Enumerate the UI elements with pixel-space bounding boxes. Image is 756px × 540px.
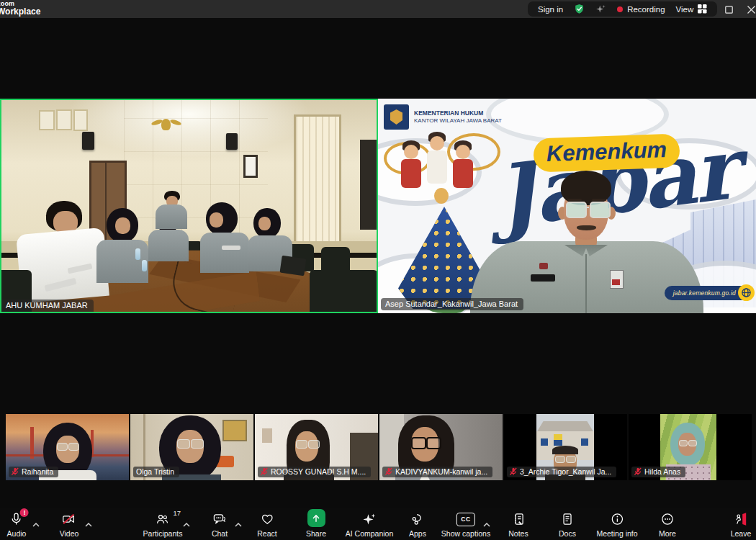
water-bottle xyxy=(135,248,140,260)
leave-label: Leave xyxy=(731,529,752,538)
illustrated-woman xyxy=(404,145,418,159)
chair xyxy=(310,270,378,313)
maximize-button[interactable] xyxy=(721,5,737,14)
maximize-icon xyxy=(725,6,733,14)
globe-icon xyxy=(738,284,755,301)
thumb-hilda-anas[interactable]: Hilda Anas xyxy=(629,414,752,480)
notes-button[interactable]: Notes xyxy=(508,511,528,538)
sign-in-button[interactable]: Sign in xyxy=(538,5,563,14)
titlebar-menu: Sign in Recording View xyxy=(528,1,717,17)
react-icon xyxy=(259,512,275,526)
thumb-kadivyankum[interactable]: KADIVYANKUM-kanwil ja... xyxy=(379,414,503,480)
participants-count: 17 xyxy=(173,509,181,517)
recording-indicator[interactable]: Recording xyxy=(617,5,665,14)
name-plate xyxy=(531,274,555,282)
leave-icon xyxy=(733,512,749,526)
website-url: jabar.kemenkum.go.id xyxy=(673,289,736,297)
view-label: View xyxy=(676,5,694,14)
more-icon xyxy=(660,512,675,526)
thumb-name-tag: 3_Archie Tigor_Kanwil Ja... xyxy=(507,467,616,477)
notes-icon xyxy=(511,512,526,526)
video-tile-asep-sutandar[interactable]: Jabar Kemenkum KEMENTERIAN HUKUM KANTOR … xyxy=(378,99,756,313)
laptop xyxy=(222,246,240,250)
thumb-name-tag: KADIVYANKUM-kanwil ja... xyxy=(382,467,492,477)
video-tile-meeting-room[interactable]: AHU KUMHAM JABAR xyxy=(0,99,378,313)
participant-name: AHU KUMHAM JABAR xyxy=(6,301,88,310)
thumb-roossy[interactable]: ROOSSY GUNADI S.H M.... xyxy=(255,414,378,480)
thumb-raihanita[interactable]: Raihanita xyxy=(6,414,129,480)
apps-label: Apps xyxy=(409,529,426,538)
react-label: React xyxy=(257,529,276,538)
muted-mic-icon xyxy=(510,467,517,476)
minimize-button[interactable] xyxy=(694,5,710,14)
participants-button[interactable]: 17 Participants xyxy=(143,511,183,538)
framed-certificate xyxy=(243,155,258,178)
pengayoman-icon xyxy=(384,104,409,130)
audio-options-caret[interactable] xyxy=(32,517,40,530)
participants-label: Participants xyxy=(143,529,183,538)
wall-speaker xyxy=(226,133,238,150)
meeting-toolbar: ! Audio Video 17 Participants Chat xyxy=(0,508,756,540)
participants-icon xyxy=(155,512,171,526)
docs-label: Docs xyxy=(559,529,576,538)
captions-options-caret[interactable] xyxy=(483,517,490,530)
close-button[interactable] xyxy=(743,5,756,14)
participant-filmstrip: Raihanita Olga Tristin xyxy=(0,414,756,480)
name-tag-meeting-room: AHU KUMHAM JABAR xyxy=(1,300,94,312)
apps-button[interactable]: Apps xyxy=(409,511,426,538)
glasses xyxy=(426,437,441,449)
sparkle-icon[interactable] xyxy=(595,4,606,14)
muted-mic-icon xyxy=(385,467,392,476)
docs-icon xyxy=(560,512,575,526)
banner xyxy=(554,434,562,446)
leave-button[interactable]: Leave xyxy=(731,511,752,538)
thumb-archie[interactable]: 3_Archie Tigor_Kanwil Ja... xyxy=(504,414,627,480)
window xyxy=(541,438,548,446)
chat-button[interactable]: Chat xyxy=(212,511,228,538)
record-dot xyxy=(617,6,623,12)
meeting-info-button[interactable]: Meeting info xyxy=(596,511,637,538)
water-bottle xyxy=(142,260,147,271)
muted-mic-icon xyxy=(261,467,268,476)
chat-label: Chat xyxy=(212,529,228,538)
shield-check-icon[interactable] xyxy=(574,4,585,14)
participant-name: 3_Archie Tigor_Kanwil Ja... xyxy=(520,467,611,476)
participant-name: Asep Sutandar_Kakanwil_Jawa Barat xyxy=(385,300,518,308)
batik-dancer-illustration xyxy=(434,188,449,204)
close-icon xyxy=(747,6,755,14)
participants-options-caret[interactable] xyxy=(183,517,190,530)
wall-frame xyxy=(73,109,88,131)
logo-line-workplace: Workplace xyxy=(0,7,40,16)
glasses xyxy=(590,202,611,218)
window-blinds xyxy=(294,114,341,252)
recording-label: Recording xyxy=(627,5,665,14)
apps-icon xyxy=(410,512,426,526)
docs-button[interactable]: Docs xyxy=(559,511,576,538)
video-options-caret[interactable] xyxy=(85,517,92,530)
chat-icon xyxy=(212,512,228,526)
wall-frame xyxy=(56,109,72,130)
captions-icon: CC xyxy=(456,513,475,526)
share-icon xyxy=(307,509,325,527)
thumb-name-tag: Olga Tristin xyxy=(133,467,179,477)
thumb-olga-tristin[interactable]: Olga Tristin xyxy=(130,414,253,480)
hair xyxy=(552,446,578,454)
video-button[interactable]: Video xyxy=(60,511,79,538)
muted-mic-icon xyxy=(634,467,642,476)
thumb-name-tag: Hilda Anas xyxy=(631,467,685,477)
muted-mic-icon xyxy=(12,467,19,476)
illustrated-woman xyxy=(430,136,444,150)
thumb-name-tag: Raihanita xyxy=(9,467,58,477)
audio-label: Audio xyxy=(7,529,27,538)
ai-companion-button[interactable]: AI Companion xyxy=(346,511,394,538)
name-tag-asep: Asep Sutandar_Kakanwil_Jawa Barat xyxy=(381,298,523,310)
react-button[interactable]: React xyxy=(257,511,276,538)
chat-options-caret[interactable] xyxy=(235,517,242,530)
ai-companion-label: AI Companion xyxy=(346,529,394,538)
video-stage: AHU KUMHAM JABAR Jabar Kemenkum KEM xyxy=(0,99,756,313)
more-button[interactable]: More xyxy=(659,511,676,538)
audio-button[interactable]: ! Audio xyxy=(7,511,27,538)
website-pill: jabar.kemenkum.go.id xyxy=(665,286,753,300)
video-label: Video xyxy=(60,529,79,538)
share-button[interactable]: Share xyxy=(306,511,326,538)
